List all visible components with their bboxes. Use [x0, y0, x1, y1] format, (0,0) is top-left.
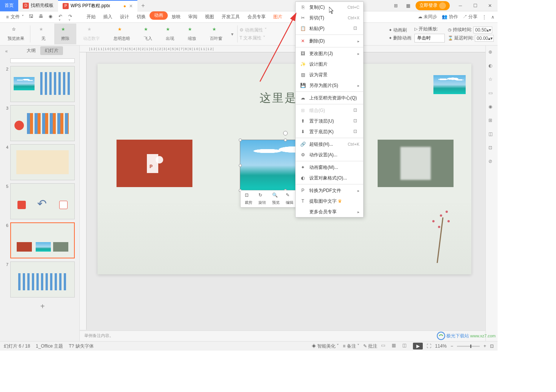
tab-add[interactable]: +	[137, 2, 148, 9]
ctx-cut[interactable]: ✂剪切(T)Ctrl+X	[296, 13, 363, 23]
effect-none[interactable]: ★无	[32, 24, 54, 44]
ctx-back[interactable]: ⬇置于底层(K)⊡	[296, 126, 363, 137]
tab-home[interactable]: 首页	[0, 0, 18, 11]
ctx-front[interactable]: ⬆置于顶层(U)⊡	[296, 116, 363, 126]
side-icon-2[interactable]: ◐	[488, 63, 495, 70]
zoom-level[interactable]: 114%	[435, 343, 447, 349]
more-icon[interactable]: ⋮	[482, 14, 487, 20]
ctx-anim[interactable]: ✦动画窗格(M)...	[296, 162, 363, 173]
ctx-design[interactable]: ✨设计图片	[296, 59, 363, 69]
duration-spinner[interactable]: 00.50▴▾	[473, 27, 492, 33]
ribbon-preview[interactable]: ☆ 预览效果	[4, 24, 28, 44]
thumb-4[interactable]	[10, 144, 75, 180]
apps-icon[interactable]: ▦	[403, 1, 413, 10]
menu-tab-image[interactable]: 图片	[269, 11, 286, 23]
play-button[interactable]: ▶	[413, 343, 423, 349]
ctx-action[interactable]: ⚙动作设置(A)...	[296, 150, 363, 160]
side-icon-9[interactable]: ⊘	[488, 159, 495, 165]
thumb-add[interactable]: +	[10, 301, 75, 312]
effects-more-icon[interactable]: ▾	[229, 31, 235, 37]
menu-tab-slideshow[interactable]: 放映	[168, 11, 184, 23]
resize-handle-w[interactable]	[239, 164, 242, 167]
close-icon[interactable]: ✕	[485, 1, 495, 10]
coop-button[interactable]: 👥 协作	[442, 14, 458, 20]
side-icon-7[interactable]: ◫	[488, 131, 495, 138]
ctx-pdf[interactable]: P转换为PDF文件▸	[296, 185, 363, 196]
side-icon-6[interactable]: ⊞	[488, 118, 495, 124]
menu-tab-animation[interactable]: 动画	[150, 11, 168, 20]
delay-spinner[interactable]: 00.00▴▾	[475, 35, 494, 42]
undo-icon[interactable]: ↶ ˅	[58, 14, 65, 20]
thumb-2[interactable]	[10, 66, 75, 102]
view-normal-icon[interactable]: ▭	[381, 343, 388, 349]
ctx-link[interactable]: 🔗超链接(H)...Ctrl+K	[296, 139, 363, 150]
ctx-ocr[interactable]: T提取图中文字 ♛	[296, 196, 363, 206]
panel-tab-outline[interactable]: 大纲	[22, 46, 40, 55]
slide-canvas[interactable]: 这里是学 P ⊡裁剪	[98, 64, 471, 274]
rotate-handle[interactable]	[283, 131, 288, 135]
save-icon[interactable]: 🖫	[29, 14, 36, 20]
effect-appear[interactable]: ★出现	[159, 24, 181, 44]
tab-file-active[interactable]: P WPS PPT教程.pptx ● ✕	[58, 0, 137, 11]
ctx-paste[interactable]: 📋粘贴(P)⊡	[296, 23, 363, 34]
side-icon-4[interactable]: ▭	[488, 90, 495, 97]
tab-docer[interactable]: D 找稻壳模板	[18, 0, 58, 11]
fit-icon[interactable]: ⊡	[490, 343, 494, 349]
print-icon[interactable]: 🖶	[39, 14, 46, 20]
panel-tab-slides[interactable]: 幻灯片	[40, 46, 63, 55]
comment-button[interactable]: ✎ 批注	[363, 343, 377, 349]
tab-close[interactable]: ✕	[129, 3, 133, 9]
tool-preview[interactable]: 🔍预览	[269, 192, 283, 206]
trigger-dropdown[interactable]: 单击时	[414, 34, 445, 43]
thumb-3[interactable]	[10, 105, 75, 141]
menu-tab-transition[interactable]: 切换	[133, 11, 150, 23]
tool-edit[interactable]: ✎编辑	[283, 192, 296, 206]
effect-pulse[interactable]: ★忽明忽暗	[107, 24, 137, 44]
beautify-button[interactable]: ◈ 智能美化 ˅	[312, 343, 339, 349]
thumb-5[interactable]: ↶	[10, 183, 75, 219]
minimize-icon[interactable]: ─	[456, 1, 465, 10]
thumb-7[interactable]	[10, 261, 75, 298]
effect-blinds[interactable]: ★百叶窗	[203, 24, 229, 44]
sync-status[interactable]: ☁ 未同步	[418, 14, 437, 20]
menu-tab-start[interactable]: 开始	[83, 11, 99, 23]
file-menu[interactable]: ≡ 文件 ˅	[3, 14, 27, 20]
zoom-out-icon[interactable]: −	[450, 343, 453, 349]
redo-icon[interactable]: ↷ ˅	[68, 14, 75, 20]
panel-collapse-icon[interactable]: «	[4, 47, 9, 54]
image-ppt-logo[interactable]: P	[117, 140, 192, 187]
menu-tab-dev[interactable]: 开发工具	[218, 11, 244, 23]
menu-tab-review[interactable]: 审阅	[184, 11, 201, 23]
ctx-copy[interactable]: ⎘复制(C)Ctrl+C	[296, 2, 363, 13]
status-font[interactable]: T? 缺失字体	[69, 343, 93, 349]
notes-bar[interactable]: 举例备注内容。	[80, 331, 485, 341]
side-icon-1[interactable]: ⊕	[488, 49, 495, 56]
menu-tab-insert[interactable]: 插入	[99, 11, 116, 23]
zoom-in-icon[interactable]: +	[484, 343, 486, 349]
ctx-save[interactable]: 💾另存为图片(S)▸	[296, 80, 363, 91]
menu-tab-member[interactable]: 会员专享	[244, 11, 269, 23]
side-icon-3[interactable]: ☆	[488, 77, 495, 83]
side-icon-5[interactable]: ◉	[488, 104, 495, 111]
login-button[interactable]: 立即登录	[416, 1, 450, 10]
side-icon-8[interactable]: ⊡	[488, 145, 495, 152]
ctx-bg[interactable]: ▨设为背景	[296, 69, 363, 80]
ctx-change[interactable]: 🖼更改图片(J)▸	[296, 48, 363, 59]
layout-icon[interactable]: ⊞	[391, 1, 400, 10]
menu-tab-design[interactable]: 设计	[116, 11, 133, 23]
anim-delete[interactable]: ✦ 删除动画	[389, 35, 411, 41]
ctx-upload[interactable]: ☁上传至稻壳资源中心(Q)	[296, 93, 363, 103]
status-theme[interactable]: 1_Office 主题	[36, 343, 63, 349]
zoom-fit-icon[interactable]: ⛶	[427, 343, 431, 349]
ctx-format[interactable]: ◐设置对象格式(O)...	[296, 173, 363, 183]
thumb-partial[interactable]	[10, 58, 75, 63]
thumb-6-active[interactable]	[10, 222, 75, 258]
maximize-icon[interactable]: ☐	[471, 1, 480, 10]
image-texture[interactable]	[378, 140, 454, 187]
notes-button[interactable]: ≡ 备注 ˅	[343, 343, 359, 349]
corner-image[interactable]	[433, 75, 466, 94]
effect-wipe[interactable]: ★擦除	[54, 24, 76, 44]
effect-number[interactable]: ★动态数字	[76, 24, 107, 44]
share-button[interactable]: ↗ 分享	[463, 14, 477, 20]
effect-zoom[interactable]: ★缩放	[181, 24, 203, 44]
